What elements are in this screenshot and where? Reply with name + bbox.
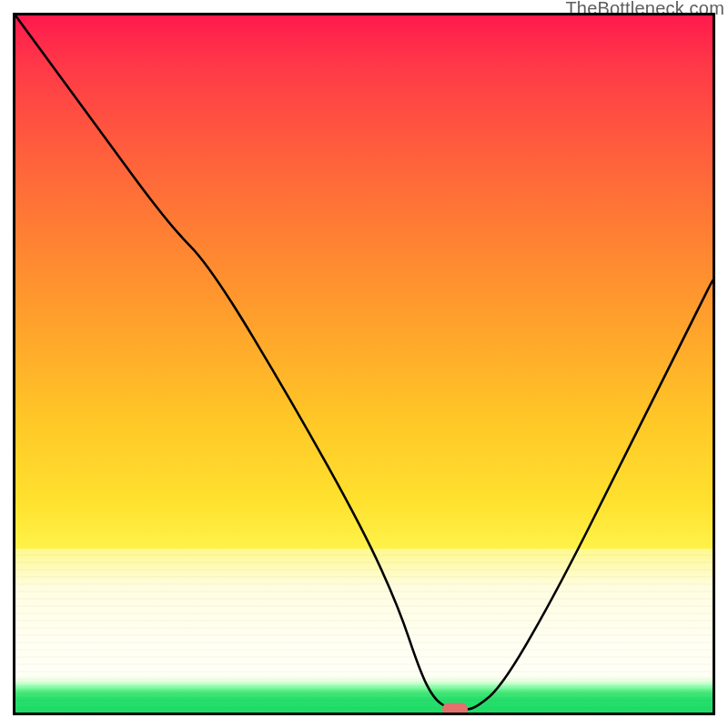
band-overlay [15,549,713,713]
bottleneck-chart: TheBottleneck.com [0,0,728,728]
bottleneck-curve [15,15,713,713]
optimal-marker [442,703,468,715]
plot-area [13,13,715,715]
